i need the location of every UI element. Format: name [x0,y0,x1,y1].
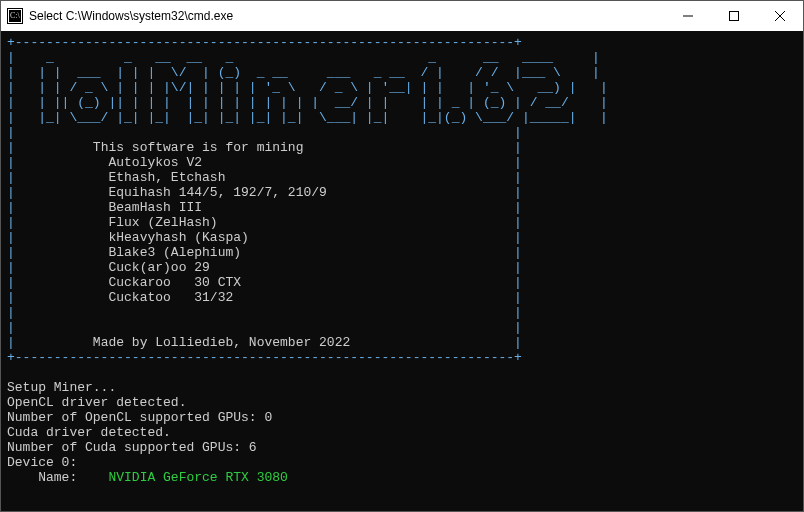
status-opencl-count: Number of OpenCL supported GPUs: 0 [7,410,272,425]
svg-text:C:\: C:\ [10,11,21,20]
name-label: Name: [7,470,108,485]
device-header: Device 0: [7,455,77,470]
box-row: | | [7,305,522,320]
close-button[interactable] [757,1,803,31]
device-name-row: Name: NVIDIA GeForce RTX 3080 [7,470,288,485]
credit-line: | Made by Lolliedieb, November 2022 | [7,335,522,350]
algo-line: | Blake3 (Alephium) | [7,245,522,260]
algo-line: | Cuckatoo 31/32 | [7,290,522,305]
box-row: | | [7,320,522,335]
maximize-button[interactable] [711,1,757,31]
ascii-line: | _ _ __ __ _ _ __ ____ | [7,50,600,65]
algo-line: | Cuck(ar)oo 29 | [7,260,522,275]
ascii-line: | | || (_) || | | | | | | | | | | | | __… [7,95,608,110]
algo-line: | Flux (ZelHash) | [7,215,522,230]
cmd-icon: C:\ [7,8,23,24]
algo-line: | Autolykos V2 | [7,155,522,170]
algo-line: | kHeavyhash (Kaspa) | [7,230,522,245]
terminal-output[interactable]: +---------------------------------------… [1,31,803,511]
ascii-line: | |_| \___/ |_| |_| |_| |_| |_| |_| \___… [7,110,608,125]
algo-line: | Cuckaroo 30 CTX | [7,275,522,290]
ascii-line: | | | / _ \ | | | |\/| | | | | '_ \ / _ … [7,80,608,95]
title-bar[interactable]: C:\ Select C:\Windows\system32\cmd.exe [1,1,803,31]
algo-line: | Ethash, Etchash | [7,170,522,185]
box-border-bottom: +---------------------------------------… [7,350,522,365]
status-setup: Setup Miner... [7,380,116,395]
status-cuda-count: Number of Cuda supported GPUs: 6 [7,440,257,455]
algo-line: | BeamHash III | [7,200,522,215]
cmd-window: C:\ Select C:\Windows\system32\cmd.exe +… [0,0,804,512]
status-opencl: OpenCL driver detected. [7,395,186,410]
box-row: | | [7,125,522,140]
status-cuda: Cuda driver detected. [7,425,171,440]
ascii-line: | | | ___ | | | \/ | (_) _ __ ___ _ __ /… [7,65,600,80]
svg-rect-5 [730,12,739,21]
algo-line: | Equihash 144/5, 192/7, 210/9 | [7,185,522,200]
window-title: Select C:\Windows\system32\cmd.exe [29,9,665,23]
minimize-button[interactable] [665,1,711,31]
gpu-name: NVIDIA GeForce RTX 3080 [108,470,287,485]
intro-line: | This software is for mining | [7,140,522,155]
window-controls [665,1,803,31]
box-border-top: +---------------------------------------… [7,35,522,50]
